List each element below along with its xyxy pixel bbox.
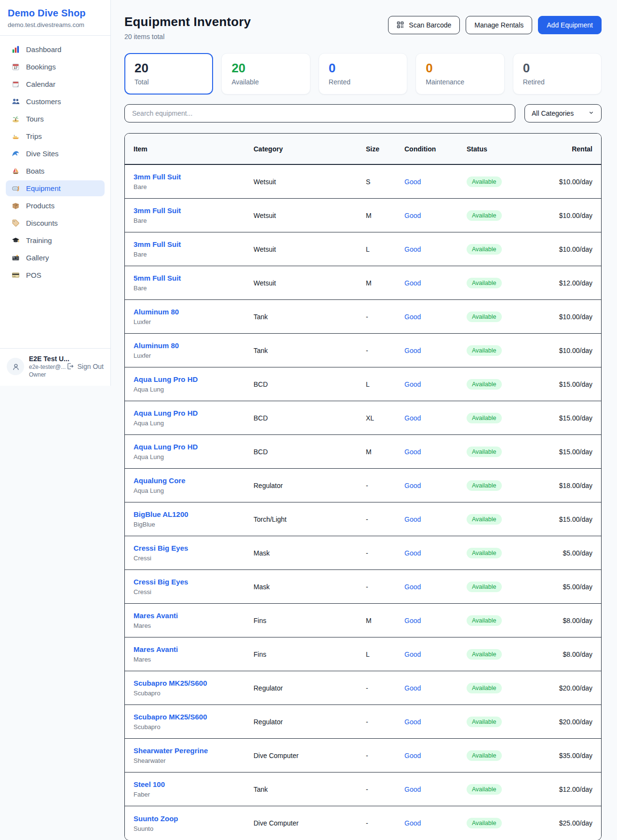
scan-barcode-button[interactable]: Scan Barcode	[388, 16, 460, 34]
table-row: Aqua Lung Pro HD Aqua Lung BCD L Good Av…	[125, 367, 601, 401]
item-name-link[interactable]: Mares Avanti	[134, 645, 178, 653]
stat-card-retired[interactable]: 0 Retired	[513, 53, 602, 95]
item-brand: Cressi	[134, 555, 254, 562]
condition-link[interactable]: Good	[404, 819, 421, 827]
item-name-link[interactable]: 3mm Full Suit	[134, 173, 181, 181]
page-header: Equipment Inventory 20 items total Scan …	[124, 14, 602, 41]
condition-link[interactable]: Good	[404, 617, 421, 624]
sign-out-button[interactable]: Sign Out	[67, 363, 104, 371]
item-category: Regulator	[254, 718, 366, 726]
stat-label: Available	[231, 78, 300, 86]
condition-link[interactable]: Good	[404, 212, 421, 219]
item-name-link[interactable]: Aqua Lung Pro HD	[134, 375, 198, 383]
item-category: BCD	[254, 414, 366, 422]
item-category: Wetsuit	[254, 212, 366, 219]
add-equipment-button[interactable]: Add Equipment	[538, 16, 602, 34]
stat-value: 20	[231, 61, 300, 76]
equipment-table: Item Category Size Condition Status Rent…	[124, 133, 602, 840]
search-input[interactable]	[124, 104, 515, 122]
island-icon	[12, 115, 20, 123]
item-category: Fins	[254, 650, 366, 658]
sidebar-item-discounts[interactable]: Discounts	[6, 215, 105, 231]
item-category: Wetsuit	[254, 245, 366, 253]
condition-link[interactable]: Good	[404, 515, 421, 523]
spiral-calendar-icon	[12, 80, 20, 88]
item-category: BCD	[254, 380, 366, 388]
sidebar-item-bookings[interactable]: 17 Bookings	[6, 59, 105, 75]
item-name-link[interactable]: Cressi Big Eyes	[134, 544, 188, 552]
item-name-link[interactable]: Scubapro MK25/S600	[134, 713, 207, 721]
condition-link[interactable]: Good	[404, 650, 421, 658]
item-brand: Aqua Lung	[134, 487, 254, 494]
sidebar-item-tours[interactable]: Tours	[6, 111, 105, 127]
sidebar-item-gallery[interactable]: Gallery	[6, 250, 105, 266]
brand-title[interactable]: Demo Dive Shop	[8, 8, 103, 19]
item-name-link[interactable]: 3mm Full Suit	[134, 240, 181, 248]
sidebar-item-label: Boats	[26, 167, 44, 175]
item-name-link[interactable]: Suunto Zoop	[134, 814, 178, 823]
sidebar-item-calendar[interactable]: Calendar	[6, 76, 105, 92]
stat-card-available[interactable]: 20 Available	[221, 53, 310, 95]
item-name-link[interactable]: 5mm Full Suit	[134, 274, 181, 282]
condition-link[interactable]: Good	[404, 752, 421, 759]
sidebar-item-training[interactable]: Training	[6, 232, 105, 248]
condition-link[interactable]: Good	[404, 583, 421, 591]
item-name-link[interactable]: 3mm Full Suit	[134, 206, 181, 215]
item-name-link[interactable]: Aqualung Core	[134, 476, 186, 485]
rental-rate: $12.00/day	[544, 786, 592, 793]
table-row: Cressi Big Eyes Cressi Mask - Good Avail…	[125, 570, 601, 604]
item-name-link[interactable]: Mares Avanti	[134, 611, 178, 620]
stat-label: Rented	[329, 78, 397, 86]
sidebar-item-equipment[interactable]: Equipment	[6, 180, 105, 196]
status-badge: Available	[467, 784, 502, 795]
table-row: Aqualung Core Aqua Lung Regulator - Good…	[125, 469, 601, 502]
condition-link[interactable]: Good	[404, 347, 421, 354]
stat-card-rented[interactable]: 0 Rented	[319, 53, 407, 95]
condition-link[interactable]: Good	[404, 448, 421, 456]
condition-link[interactable]: Good	[404, 279, 421, 287]
category-select-value: All Categories	[532, 109, 585, 117]
condition-link[interactable]: Good	[404, 549, 421, 557]
item-name-link[interactable]: Cressi Big Eyes	[134, 578, 188, 586]
sidebar-item-boats[interactable]: Boats	[6, 163, 105, 179]
condition-link[interactable]: Good	[404, 786, 421, 793]
sidebar-item-dive-sites[interactable]: Dive Sites	[6, 146, 105, 162]
rental-rate: $10.00/day	[544, 313, 592, 321]
item-name-link[interactable]: Aluminum 80	[134, 308, 179, 316]
item-name-link[interactable]: Aluminum 80	[134, 341, 179, 350]
manage-rentals-button[interactable]: Manage Rentals	[466, 16, 532, 34]
condition-link[interactable]: Good	[404, 178, 421, 186]
stat-card-maintenance[interactable]: 0 Maintenance	[416, 53, 504, 95]
item-name-link[interactable]: Aqua Lung Pro HD	[134, 409, 198, 417]
sidebar-item-label: Calendar	[26, 80, 55, 88]
item-size: -	[366, 583, 404, 591]
user-name: E2E Test U...	[29, 355, 62, 363]
condition-link[interactable]: Good	[404, 684, 421, 692]
sidebar-item-customers[interactable]: Customers	[6, 94, 105, 109]
calendar-date-icon: 17	[12, 63, 20, 71]
condition-link[interactable]: Good	[404, 482, 421, 489]
stat-card-total[interactable]: 20 Total	[124, 53, 213, 95]
item-category: Mask	[254, 549, 366, 557]
condition-link[interactable]: Good	[404, 380, 421, 388]
sidebar-item-products[interactable]: Products	[6, 198, 105, 214]
sidebar-item-pos[interactable]: POS	[6, 267, 105, 283]
item-size: M	[366, 448, 404, 456]
condition-link[interactable]: Good	[404, 245, 421, 253]
condition-link[interactable]: Good	[404, 718, 421, 726]
item-name-link[interactable]: Aqua Lung Pro HD	[134, 443, 198, 451]
status-badge: Available	[467, 582, 502, 592]
table-row: 3mm Full Suit Bare Wetsuit M Good Availa…	[125, 199, 601, 232]
sidebar-nav: Dashboard 17 Bookings Calendar Customers…	[0, 36, 110, 289]
sidebar-item-trips[interactable]: Trips	[6, 128, 105, 144]
item-name-link[interactable]: BigBlue AL1200	[134, 510, 188, 518]
category-select[interactable]: All Categories	[524, 104, 602, 122]
condition-link[interactable]: Good	[404, 414, 421, 422]
item-name-link[interactable]: Scubapro MK25/S600	[134, 679, 207, 687]
condition-link[interactable]: Good	[404, 313, 421, 321]
sidebar-item-dashboard[interactable]: Dashboard	[6, 41, 105, 57]
item-name-link[interactable]: Steel 100	[134, 780, 165, 788]
rental-rate: $8.00/day	[544, 617, 592, 624]
item-name-link[interactable]: Shearwater Peregrine	[134, 746, 208, 755]
sailboat-icon	[12, 167, 20, 175]
